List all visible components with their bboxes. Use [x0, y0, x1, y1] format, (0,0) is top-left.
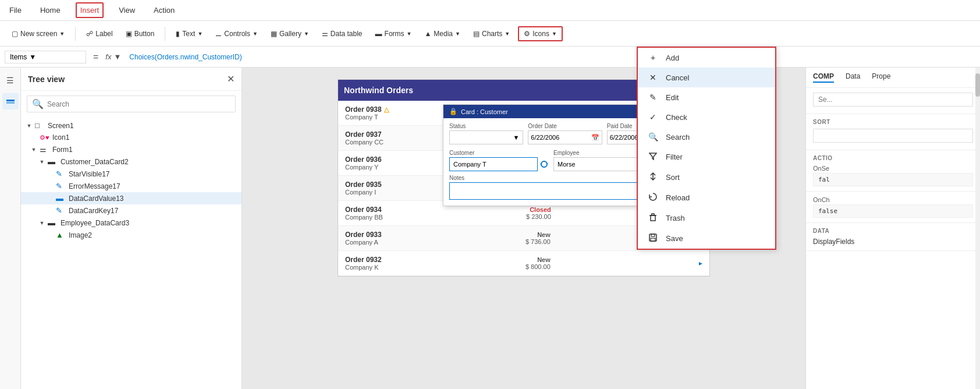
svg-rect-0: [6, 100, 15, 101]
tree-item-customer-datacard2[interactable]: ▼ ▬ Customer_DataCard2: [21, 155, 242, 168]
sort-input[interactable]: [813, 129, 973, 143]
tree-label-customer-datacard2: Customer_DataCard2: [61, 158, 129, 166]
dropdown-item-sort[interactable]: Sort: [638, 167, 775, 188]
hamburger-icon[interactable]: ☰: [2, 72, 19, 89]
main-layout: ☰ Tree view ✕ 🔍 ▼ □ Screen1: [0, 68, 980, 389]
onset-label: OnSe: [813, 165, 973, 172]
data-tab[interactable]: Data: [846, 72, 860, 83]
forms-button[interactable]: ▬ Forms ▼: [371, 27, 417, 40]
tree-item-employee-datacard3[interactable]: ▼ ▬ Employee_DataCard3: [21, 217, 242, 229]
comp-tab[interactable]: COMP: [813, 72, 834, 83]
search-icon: 🔍: [647, 132, 659, 142]
dropdown-item-edit[interactable]: ✎ Edit: [638, 87, 775, 107]
icons-icon: ⚙: [524, 30, 530, 38]
cancel-icon: ✕: [647, 73, 659, 82]
media-button[interactable]: ▲ Media ▼: [420, 27, 465, 40]
formula-content[interactable]: Choices(Orders.nwind_CustomerID): [125, 53, 975, 61]
menu-action[interactable]: Action: [150, 3, 178, 17]
order-num-0934: Order 0934: [345, 206, 383, 214]
image2-icon: ▲: [56, 231, 66, 239]
controls-chevron: ▼: [253, 31, 258, 37]
button-button[interactable]: ▣ Button: [121, 27, 159, 40]
add-icon: +: [647, 53, 659, 62]
data-section-title: DATA: [813, 228, 973, 234]
left-icons: ☰: [0, 68, 21, 389]
tree-close-button[interactable]: ✕: [227, 73, 235, 84]
label-icon: ☍: [86, 30, 93, 38]
right-search-input[interactable]: [813, 93, 973, 107]
tree-item-screen1[interactable]: ▼ □ Screen1: [21, 119, 242, 132]
status-field: Status ▼: [449, 123, 523, 144]
dropdown-item-reload[interactable]: Reload: [638, 188, 775, 208]
order-status-0933: New: [525, 231, 551, 238]
svg-marker-2: [649, 153, 656, 160]
tree-item-datacardvalue13[interactable]: ▬ DataCardValue13: [21, 192, 242, 204]
icons-button[interactable]: ⚙ Icons ▼: [518, 26, 563, 41]
dropdown-item-save[interactable]: Save: [638, 228, 775, 249]
onchange-value[interactable]: false: [813, 204, 973, 218]
formula-dropdown-arrow: ▼: [29, 53, 36, 61]
svg-rect-1: [6, 102, 15, 104]
menu-view[interactable]: View: [115, 3, 139, 17]
order-date-input[interactable]: 6/22/2006 📅: [528, 130, 602, 144]
dropdown-item-check[interactable]: ✓ Check: [638, 107, 775, 127]
formula-dropdown[interactable]: Items ▼: [5, 51, 86, 63]
order-row-0932[interactable]: Order 0932 Company K New $ 800.00 ▸: [338, 251, 709, 276]
tree-search-box[interactable]: 🔍: [27, 96, 236, 112]
formula-bar: Items ▼ = fx ▼ Choices(Orders.nwind_Cust…: [0, 47, 980, 68]
check-icon: ✓: [647, 112, 659, 122]
icons-chevron: ▼: [552, 31, 557, 37]
menu-home[interactable]: Home: [37, 3, 64, 17]
layers-icon[interactable]: [2, 93, 19, 109]
datacardvalue13-icon: ▬: [56, 194, 66, 203]
menu-insert[interactable]: Insert: [76, 2, 104, 18]
gallery-button[interactable]: ▦ Gallery ▼: [266, 27, 314, 40]
order-num-0936: Order 0936: [345, 155, 382, 164]
dropdown-label-sort: Sort: [666, 173, 680, 182]
right-scrollbar[interactable]: [975, 68, 980, 389]
tree-item-errormessage17[interactable]: ✎ ErrorMessage17: [21, 180, 242, 192]
right-search-section: [806, 88, 980, 114]
tree-title: Tree view: [28, 75, 65, 84]
screen-icon: □: [35, 121, 45, 130]
dropdown-item-add[interactable]: + Add: [638, 48, 775, 68]
dropdown-item-filter[interactable]: Filter: [638, 147, 775, 167]
tree-item-datacardkey17[interactable]: ✎ DataCardKey17: [21, 204, 242, 217]
order-num-0937: Order 0937: [345, 130, 384, 139]
menu-file[interactable]: File: [6, 3, 25, 17]
customer-field: Customer ▼: [449, 150, 549, 171]
order-amount-0933: $ 736.00: [525, 238, 551, 245]
data-table-button[interactable]: ⚌ Data table: [317, 27, 367, 40]
icon1-icon: ⚙♥: [40, 134, 50, 142]
formula-fx: fx ▼: [105, 52, 121, 61]
save-icon: [647, 234, 659, 243]
label-button[interactable]: ☍ Label: [81, 27, 117, 40]
slider-thumb[interactable]: [541, 161, 548, 168]
charts-button[interactable]: ▤ Charts ▼: [468, 27, 514, 40]
dropdown-item-trash[interactable]: Trash: [638, 208, 775, 228]
customer-input[interactable]: [449, 157, 538, 171]
dropdown-label-filter: Filter: [666, 153, 683, 161]
tree-search-input[interactable]: [47, 100, 230, 108]
onset-value[interactable]: fal: [813, 173, 973, 186]
dropdown-item-search[interactable]: 🔍 Search: [638, 127, 775, 147]
starvisible17-icon: ✎: [56, 169, 66, 178]
tree-item-form1[interactable]: ▼ ⚌ Form1: [21, 143, 242, 155]
order-company-0935: Company I: [345, 189, 382, 196]
tree-item-icon1[interactable]: ⚙♥ Icon1: [21, 132, 242, 143]
controls-button[interactable]: ⚊ Controls ▼: [211, 27, 262, 40]
tree-item-image2[interactable]: ▲ Image2: [21, 229, 242, 241]
text-button[interactable]: ▮ Text ▼: [171, 27, 207, 40]
order-info-0936: Order 0936 Company Y: [345, 155, 382, 171]
new-screen-button[interactable]: ▢ New screen ▼: [7, 27, 69, 40]
status-select[interactable]: ▼: [449, 130, 523, 144]
dropdown-item-cancel[interactable]: ✕ Cancel: [638, 68, 775, 87]
tree-item-starvisible17[interactable]: ✎ StarVisible17: [21, 168, 242, 180]
prop-tab[interactable]: Prope: [872, 72, 890, 83]
data-table-icon: ⚌: [322, 30, 328, 38]
order-company-0937: Company CC: [345, 139, 384, 146]
tree-label-image2: Image2: [69, 231, 92, 239]
tree-search-icon: 🔍: [32, 98, 44, 109]
sort-section-title: Sort: [813, 119, 973, 125]
order-company-0938: Company T: [345, 114, 389, 121]
